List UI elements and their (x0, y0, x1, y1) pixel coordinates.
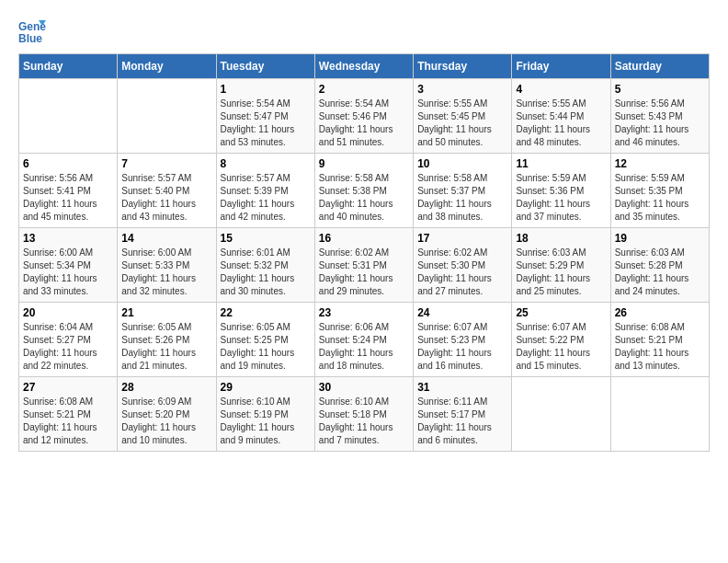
day-number: 19 (615, 232, 705, 245)
day-info: Sunrise: 6:05 AM Sunset: 5:25 PM Dayligh… (221, 321, 311, 373)
calendar-cell: 1Sunrise: 5:54 AM Sunset: 5:47 PM Daylig… (216, 79, 314, 154)
day-number: 23 (319, 306, 409, 319)
day-number: 22 (221, 306, 311, 319)
calendar-cell: 13Sunrise: 6:00 AM Sunset: 5:34 PM Dayli… (19, 228, 118, 303)
day-number: 3 (417, 83, 507, 96)
calendar-cell: 10Sunrise: 5:58 AM Sunset: 5:37 PM Dayli… (414, 154, 512, 228)
day-number: 27 (23, 381, 113, 394)
calendar-week-row: 6Sunrise: 5:56 AM Sunset: 5:41 PM Daylig… (19, 154, 710, 228)
day-number: 16 (319, 232, 409, 245)
calendar-cell: 4Sunrise: 5:55 AM Sunset: 5:44 PM Daylig… (512, 79, 610, 154)
day-info: Sunrise: 5:56 AM Sunset: 5:43 PM Dayligh… (615, 98, 705, 149)
day-header: Monday (118, 54, 216, 79)
day-info: Sunrise: 6:10 AM Sunset: 5:18 PM Dayligh… (319, 396, 409, 447)
day-header: Wednesday (314, 54, 413, 79)
svg-text:Blue: Blue (18, 32, 42, 44)
day-number: 10 (417, 157, 507, 170)
day-number: 15 (221, 232, 311, 245)
day-info: Sunrise: 5:56 AM Sunset: 5:41 PM Dayligh… (23, 172, 113, 224)
day-info: Sunrise: 6:07 AM Sunset: 5:22 PM Dayligh… (516, 321, 606, 373)
day-info: Sunrise: 6:00 AM Sunset: 5:33 PM Dayligh… (121, 247, 211, 298)
calendar-cell: 5Sunrise: 5:56 AM Sunset: 5:43 PM Daylig… (610, 79, 709, 154)
calendar-cell: 15Sunrise: 6:01 AM Sunset: 5:32 PM Dayli… (216, 228, 314, 303)
day-info: Sunrise: 5:54 AM Sunset: 5:46 PM Dayligh… (319, 98, 409, 149)
calendar-cell: 14Sunrise: 6:00 AM Sunset: 5:33 PM Dayli… (118, 228, 216, 303)
day-number: 8 (221, 157, 311, 170)
calendar-cell: 11Sunrise: 5:59 AM Sunset: 5:36 PM Dayli… (512, 154, 610, 228)
day-number: 9 (319, 157, 409, 170)
calendar-cell: 23Sunrise: 6:06 AM Sunset: 5:24 PM Dayli… (314, 303, 413, 377)
day-info: Sunrise: 5:58 AM Sunset: 5:37 PM Dayligh… (417, 172, 507, 224)
day-number: 17 (417, 232, 507, 245)
day-info: Sunrise: 5:59 AM Sunset: 5:35 PM Dayligh… (615, 172, 705, 224)
day-number: 7 (121, 157, 211, 170)
calendar-cell: 20Sunrise: 6:04 AM Sunset: 5:27 PM Dayli… (19, 303, 118, 377)
day-info: Sunrise: 5:55 AM Sunset: 5:44 PM Dayligh… (516, 98, 606, 149)
day-info: Sunrise: 6:10 AM Sunset: 5:19 PM Dayligh… (221, 396, 311, 447)
day-number: 20 (23, 306, 113, 319)
calendar-cell: 30Sunrise: 6:10 AM Sunset: 5:18 PM Dayli… (314, 377, 413, 452)
calendar-cell: 17Sunrise: 6:02 AM Sunset: 5:30 PM Dayli… (414, 228, 512, 303)
day-info: Sunrise: 6:03 AM Sunset: 5:29 PM Dayligh… (516, 247, 606, 298)
day-header: Sunday (19, 54, 118, 79)
logo: General Blue (18, 18, 50, 44)
calendar-cell: 28Sunrise: 6:09 AM Sunset: 5:20 PM Dayli… (118, 377, 216, 452)
day-number: 18 (516, 232, 606, 245)
day-header: Thursday (414, 54, 512, 79)
calendar-cell: 26Sunrise: 6:08 AM Sunset: 5:21 PM Dayli… (610, 303, 709, 377)
calendar-cell (610, 377, 709, 452)
calendar-cell: 18Sunrise: 6:03 AM Sunset: 5:29 PM Dayli… (512, 228, 610, 303)
day-info: Sunrise: 5:57 AM Sunset: 5:40 PM Dayligh… (121, 172, 211, 224)
calendar-table: SundayMondayTuesdayWednesdayThursdayFrid… (18, 53, 710, 452)
day-number: 24 (417, 306, 507, 319)
calendar-cell (19, 79, 118, 154)
calendar-cell (118, 79, 216, 154)
calendar-cell: 9Sunrise: 5:58 AM Sunset: 5:38 PM Daylig… (314, 154, 413, 228)
calendar-header-row: SundayMondayTuesdayWednesdayThursdayFrid… (19, 54, 710, 79)
day-info: Sunrise: 6:00 AM Sunset: 5:34 PM Dayligh… (23, 247, 113, 298)
calendar-week-row: 27Sunrise: 6:08 AM Sunset: 5:21 PM Dayli… (19, 377, 710, 452)
calendar-cell: 19Sunrise: 6:03 AM Sunset: 5:28 PM Dayli… (610, 228, 709, 303)
day-info: Sunrise: 6:06 AM Sunset: 5:24 PM Dayligh… (319, 321, 409, 373)
calendar-cell: 3Sunrise: 5:55 AM Sunset: 5:45 PM Daylig… (414, 79, 512, 154)
day-number: 28 (121, 381, 211, 394)
day-info: Sunrise: 6:01 AM Sunset: 5:32 PM Dayligh… (221, 247, 311, 298)
day-info: Sunrise: 6:07 AM Sunset: 5:23 PM Dayligh… (417, 321, 507, 373)
calendar-cell: 8Sunrise: 5:57 AM Sunset: 5:39 PM Daylig… (216, 154, 314, 228)
day-number: 6 (23, 157, 113, 170)
day-number: 11 (516, 157, 606, 170)
day-number: 31 (417, 381, 507, 394)
day-number: 1 (221, 83, 311, 96)
day-info: Sunrise: 5:59 AM Sunset: 5:36 PM Dayligh… (516, 172, 606, 224)
day-info: Sunrise: 6:08 AM Sunset: 5:21 PM Dayligh… (615, 321, 705, 373)
day-info: Sunrise: 5:58 AM Sunset: 5:38 PM Dayligh… (319, 172, 409, 224)
day-info: Sunrise: 6:02 AM Sunset: 5:31 PM Dayligh… (319, 247, 409, 298)
calendar-cell: 7Sunrise: 5:57 AM Sunset: 5:40 PM Daylig… (118, 154, 216, 228)
calendar-week-row: 1Sunrise: 5:54 AM Sunset: 5:47 PM Daylig… (19, 79, 710, 154)
calendar-cell: 22Sunrise: 6:05 AM Sunset: 5:25 PM Dayli… (216, 303, 314, 377)
calendar-cell: 24Sunrise: 6:07 AM Sunset: 5:23 PM Dayli… (414, 303, 512, 377)
day-info: Sunrise: 6:05 AM Sunset: 5:26 PM Dayligh… (121, 321, 211, 373)
day-header: Friday (512, 54, 610, 79)
day-number: 4 (516, 83, 606, 96)
day-number: 26 (615, 306, 705, 319)
day-number: 5 (615, 83, 705, 96)
page-header: General Blue (18, 18, 710, 44)
calendar-cell: 16Sunrise: 6:02 AM Sunset: 5:31 PM Dayli… (314, 228, 413, 303)
day-info: Sunrise: 6:09 AM Sunset: 5:20 PM Dayligh… (121, 396, 211, 447)
calendar-cell: 25Sunrise: 6:07 AM Sunset: 5:22 PM Dayli… (512, 303, 610, 377)
calendar-cell: 27Sunrise: 6:08 AM Sunset: 5:21 PM Dayli… (19, 377, 118, 452)
calendar-cell: 21Sunrise: 6:05 AM Sunset: 5:26 PM Dayli… (118, 303, 216, 377)
day-number: 2 (319, 83, 409, 96)
calendar-cell: 12Sunrise: 5:59 AM Sunset: 5:35 PM Dayli… (610, 154, 709, 228)
day-number: 14 (121, 232, 211, 245)
day-info: Sunrise: 5:57 AM Sunset: 5:39 PM Dayligh… (221, 172, 311, 224)
day-info: Sunrise: 5:54 AM Sunset: 5:47 PM Dayligh… (221, 98, 311, 149)
day-info: Sunrise: 6:04 AM Sunset: 5:27 PM Dayligh… (23, 321, 113, 373)
day-info: Sunrise: 6:03 AM Sunset: 5:28 PM Dayligh… (615, 247, 705, 298)
calendar-body: 1Sunrise: 5:54 AM Sunset: 5:47 PM Daylig… (19, 79, 710, 452)
day-info: Sunrise: 5:55 AM Sunset: 5:45 PM Dayligh… (417, 98, 507, 149)
day-number: 25 (516, 306, 606, 319)
day-number: 13 (23, 232, 113, 245)
calendar-cell: 2Sunrise: 5:54 AM Sunset: 5:46 PM Daylig… (314, 79, 413, 154)
